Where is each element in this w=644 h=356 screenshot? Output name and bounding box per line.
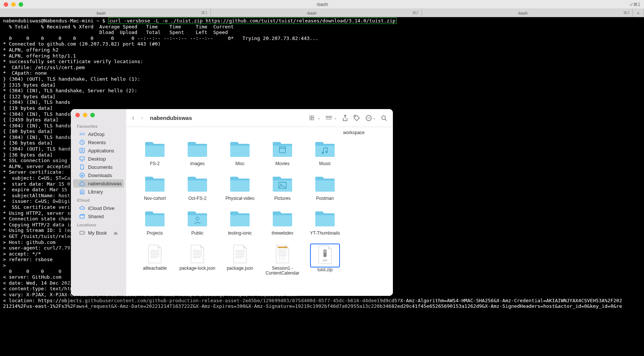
folder-pictures-icon: [271, 174, 294, 194]
tags-button[interactable]: [353, 115, 360, 121]
file-item-allteachable[interactable]: allteachable: [134, 244, 175, 276]
file-item-fs-2[interactable]: FS-2: [134, 139, 175, 166]
downloads-icon: [79, 172, 85, 178]
sidebar-item-desktop[interactable]: Desktop: [73, 155, 124, 163]
svg-point-0: [81, 133, 83, 135]
finder-zoom-button[interactable]: [90, 113, 95, 117]
file-item-package-lock-json[interactable]: package-lock.json: [177, 244, 218, 276]
documents-icon: [79, 164, 85, 170]
file-label: testing-ionic: [227, 231, 253, 236]
sidebar-item-icloud-drive[interactable]: iCloud Drive: [73, 204, 124, 212]
doc-icon: [185, 244, 209, 264]
file-item-images[interactable]: images: [177, 139, 218, 166]
svg-text:A: A: [81, 149, 84, 153]
workspace-caption: workspace: [134, 130, 385, 137]
icloud-icon: [79, 205, 85, 211]
svg-point-18: [355, 116, 356, 117]
sidebar-item-my-book[interactable]: My Book⏏: [73, 229, 124, 237]
sidebar-item-shared[interactable]: Shared: [73, 212, 124, 220]
svg-rect-10: [309, 115, 311, 117]
file-item-thewebdev[interactable]: thewebdev: [262, 208, 303, 236]
new-tab-button[interactable]: +: [633, 9, 644, 17]
terminal-tab-3[interactable]: -bash ⌘3: [422, 9, 633, 17]
action-button[interactable]: ⌄: [365, 115, 376, 121]
svg-rect-7: [80, 215, 84, 218]
finder-content[interactable]: workspace FS-2imagesMiscMoviesMusicNov-c…: [126, 127, 393, 296]
svg-point-20: [367, 118, 368, 118]
svg-rect-12: [309, 118, 311, 120]
file-label: thewebdev: [271, 231, 294, 236]
file-label: allteachable: [142, 266, 168, 271]
file-item-nov-cohort[interactable]: Nov-cohort: [134, 174, 175, 201]
home-icon: [79, 180, 85, 186]
sidebar-item-label: My Book: [88, 230, 107, 236]
sidebar-item-downloads[interactable]: Downloads: [73, 171, 124, 179]
file-item-misc[interactable]: Misc: [219, 139, 260, 166]
minimize-button[interactable]: [11, 2, 16, 7]
terminal-tabbar: -bash ⌘1 -bash ⌘2 -bash ⌘3 +: [0, 9, 644, 17]
file-label: images: [190, 161, 206, 166]
sidebar-item-recents[interactable]: Recents: [73, 138, 124, 146]
svg-text:ZIP: ZIP: [323, 259, 327, 262]
file-item-postman[interactable]: Postman: [304, 174, 346, 201]
file-item-public[interactable]: Public: [177, 208, 218, 236]
file-label: FS-2: [149, 161, 160, 166]
file-label: Session1 - ContentCalendar: [262, 266, 303, 276]
svg-point-22: [369, 118, 370, 118]
eject-icon[interactable]: ⏏: [113, 230, 118, 236]
finder-title: nabendubiswas: [150, 115, 192, 121]
zip-icon: ZIP: [313, 245, 337, 264]
folder-icon: [313, 174, 337, 194]
finder-minimize-button[interactable]: [83, 113, 87, 117]
sidebar-item-documents[interactable]: Documents: [73, 163, 124, 171]
terminal-tab-2[interactable]: -bash ⌘2: [211, 9, 422, 17]
locations-header: Locations: [71, 220, 126, 229]
disk-icon: [79, 230, 85, 236]
sidebar-item-applications[interactable]: AApplications: [73, 146, 124, 155]
file-item-pictures[interactable]: Pictures: [262, 174, 303, 201]
file-item-tuist-zip[interactable]: ZIPtuist.zip: [304, 244, 346, 276]
sidebar-item-library[interactable]: Library: [73, 188, 124, 196]
file-item-projects[interactable]: Projects: [134, 208, 175, 236]
finder-close-button[interactable]: [75, 113, 80, 117]
svg-point-21: [368, 118, 369, 118]
fullscreen-hint[interactable]: ⤢⌘1: [629, 2, 640, 7]
group-button[interactable]: ⌄: [326, 115, 337, 121]
file-item-testing-ionic[interactable]: testing-ionic: [219, 208, 260, 236]
back-button[interactable]: ‹: [132, 114, 134, 122]
sidebar-item-label: nabendubiswas: [88, 181, 122, 186]
doc-icon: [143, 244, 167, 264]
view-icons-button[interactable]: ⌄: [309, 115, 321, 121]
file-item-yt-thumbnails[interactable]: YT-Thumbnails: [304, 208, 346, 236]
svg-point-9: [83, 232, 84, 233]
file-item-package-json[interactable]: package.json: [219, 244, 260, 276]
zoom-button[interactable]: [19, 2, 23, 7]
sidebar-item-nabendubiswas[interactable]: nabendubiswas: [73, 179, 124, 188]
file-item-physical-video[interactable]: Physical-video: [219, 174, 260, 201]
file-item-music[interactable]: Music: [304, 139, 346, 166]
share-button[interactable]: [342, 115, 348, 121]
svg-rect-11: [312, 115, 314, 117]
search-button[interactable]: [381, 115, 387, 121]
applications-icon: A: [79, 148, 85, 154]
forward-button[interactable]: ›: [141, 114, 143, 122]
finder-traffic-lights: [71, 113, 126, 122]
folder-icon: [143, 174, 167, 194]
doc-icon: [228, 244, 252, 264]
svg-point-23: [382, 116, 385, 120]
shared-icon: [79, 213, 85, 219]
sidebar-item-airdrop[interactable]: AirDrop: [73, 130, 124, 138]
folder-public-icon: [185, 209, 209, 229]
folder-icon: [228, 140, 252, 159]
file-label: Physical-video: [225, 196, 255, 201]
icloud-header: iCloud: [71, 196, 126, 204]
svg-rect-14: [326, 116, 327, 118]
svg-rect-50: [278, 247, 287, 248]
file-item-session1---contentcalendar[interactable]: Session1 - ContentCalendar: [262, 244, 303, 276]
sidebar-item-label: Library: [88, 189, 103, 195]
file-item-oct-fs-2[interactable]: Oct-FS-2: [177, 174, 218, 201]
close-button[interactable]: [4, 2, 8, 7]
file-item-movies[interactable]: Movies: [262, 139, 303, 166]
terminal-tab-1[interactable]: -bash ⌘1: [0, 9, 211, 17]
file-label: YT-Thumbnails: [309, 231, 341, 236]
